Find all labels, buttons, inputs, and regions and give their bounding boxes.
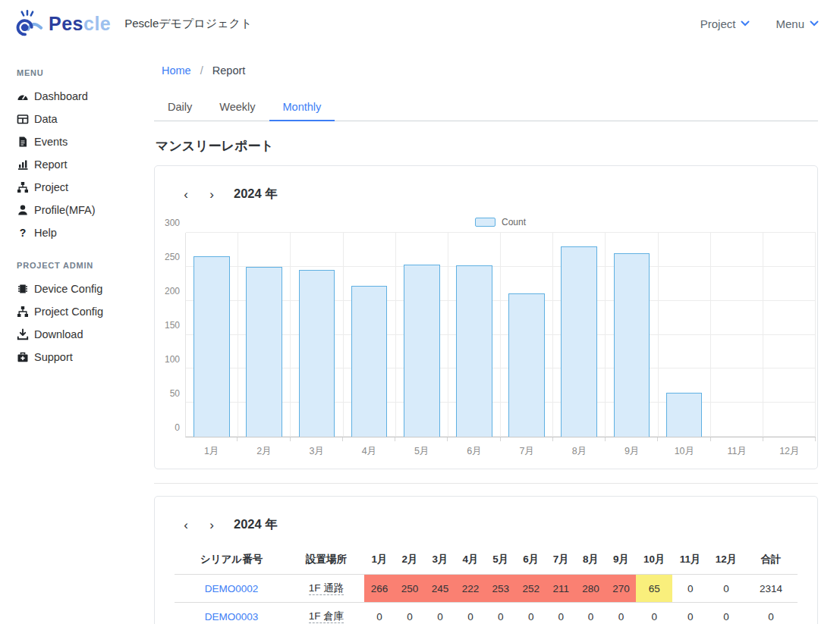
brand-logo[interactable]: Pescle <box>9 8 111 39</box>
chart-slot-2月 <box>238 233 291 437</box>
sidebar-item-project[interactable]: Project <box>17 176 148 199</box>
sidebar-item-device-config[interactable]: Device Config <box>17 278 148 300</box>
svg-text:?: ? <box>20 227 27 239</box>
table-next-year-button[interactable]: › <box>200 515 223 535</box>
sidebar-item-report[interactable]: Report <box>17 153 148 176</box>
y-tick-label: 0 <box>175 422 180 433</box>
chart-slot-6月 <box>448 233 501 437</box>
x-tick-label: 7月 <box>501 445 553 458</box>
x-tick-label: 2月 <box>238 445 290 458</box>
sitemap-icon <box>17 181 29 193</box>
sidebar-item-label: Support <box>34 351 73 363</box>
medkit-icon <box>17 351 29 363</box>
chart-slot-11月 <box>711 233 763 437</box>
report-tabs: Daily Weekly Monthly <box>154 95 818 121</box>
menu-dropdown[interactable]: Menu <box>776 17 819 30</box>
sidebar-item-data[interactable]: Data <box>17 108 148 130</box>
bar-4月 <box>351 286 388 437</box>
sidebar-item-label: Profile(MFA) <box>34 204 96 216</box>
column-header: 10月 <box>636 545 672 575</box>
month-value-cell: 280 <box>575 575 606 603</box>
sidebar-item-label: Download <box>34 328 83 340</box>
table-icon <box>17 113 29 125</box>
sidebar-item-download[interactable]: Download <box>17 323 148 346</box>
sidebar-item-profile-mfa[interactable]: Profile(MFA) <box>17 199 148 221</box>
sidebar-item-support[interactable]: Support <box>17 346 148 368</box>
month-value-cell: 245 <box>425 575 455 603</box>
month-value-cell: 211 <box>546 575 576 603</box>
download-icon <box>17 328 29 340</box>
column-header: 12月 <box>708 545 744 575</box>
chart-slot-9月 <box>606 233 658 437</box>
sidebar-item-label: Project <box>34 181 68 193</box>
table-prev-year-button[interactable]: ‹ <box>175 515 197 535</box>
dashboard-icon <box>17 90 29 102</box>
x-tick-label: 3月 <box>291 445 343 458</box>
chart-icon <box>17 158 29 171</box>
sidebar-item-help[interactable]: ?Help <box>17 221 148 244</box>
sidebar-item-label: Events <box>34 136 68 148</box>
column-header: 合計 <box>744 545 798 575</box>
serial-link[interactable]: DEMO0003 <box>175 603 288 624</box>
chart-slot-7月 <box>501 233 553 437</box>
sidebar-item-events[interactable]: Events <box>17 130 148 153</box>
location-cell: 1F 通路 <box>288 575 364 603</box>
month-value-cell: 0 <box>455 603 486 624</box>
month-value-cell: 0 <box>636 603 672 624</box>
breadcrumb: Home / Report <box>162 64 818 77</box>
month-value-cell: 0 <box>672 575 708 603</box>
month-value-cell: 0 <box>672 603 708 624</box>
y-tick-label: 300 <box>165 218 180 228</box>
month-value-cell: 0 <box>486 603 516 624</box>
location-label: 1F 倉庫 <box>309 610 344 623</box>
chart-slot-5月 <box>396 233 448 437</box>
chart-slot-8月 <box>553 233 606 437</box>
app-header: Pescle Pescleデモプロジェクト Project Menu <box>0 0 840 47</box>
x-axis-ticks <box>185 437 816 441</box>
month-value-cell: 270 <box>606 575 636 603</box>
table-header-row: シリアル番号設置場所1月2月3月4月5月6月7月8月9月10月11月12月合計 <box>175 545 798 575</box>
chart-legend[interactable]: Count <box>185 215 816 230</box>
table-row: DEMO00021F 通路266250245222253252211280270… <box>175 575 798 603</box>
monthly-table-card: ‹ › 2024 年 シリアル番号設置場所1月2月3月4月5月6月7月8月9月1… <box>154 496 818 624</box>
month-value-cell: 250 <box>395 575 425 603</box>
month-value-cell: 222 <box>455 575 486 603</box>
breadcrumb-home-link[interactable]: Home <box>162 64 191 77</box>
chart-slot-3月 <box>291 233 343 437</box>
sidebar-item-label: Data <box>34 113 58 125</box>
x-axis-labels: 1月2月3月4月5月6月7月8月9月10月11月12月 <box>185 445 816 458</box>
y-tick-label: 150 <box>165 320 180 331</box>
month-value-cell: 252 <box>516 575 546 603</box>
y-tick-label: 250 <box>165 252 180 262</box>
x-tick-label: 11月 <box>711 445 763 458</box>
chart-slot-1月 <box>186 233 238 437</box>
bar-10月 <box>666 393 703 437</box>
chevron-down-icon <box>741 20 750 27</box>
chart-next-year-button[interactable]: › <box>200 184 223 204</box>
chart-prev-year-button[interactable]: ‹ <box>175 184 197 204</box>
month-value-cell: 0 <box>425 603 455 624</box>
project-dropdown[interactable]: Project <box>700 17 750 30</box>
sidebar-item-dashboard[interactable]: Dashboard <box>17 85 148 108</box>
bar-9月 <box>614 253 650 437</box>
chart-slot-12月 <box>763 233 816 437</box>
x-tick-label: 5月 <box>395 445 448 458</box>
month-value-cell: 266 <box>364 575 395 603</box>
tab-weekly[interactable]: Weekly <box>206 95 269 121</box>
column-header: シリアル番号 <box>175 545 288 575</box>
sidebar-section-label: PROJECT ADMIN <box>17 261 148 270</box>
month-value-cell: 0 <box>546 603 576 624</box>
tab-daily[interactable]: Daily <box>154 95 206 121</box>
month-value-cell: 65 <box>636 575 672 603</box>
sidebar: MENUDashboardDataEventsReportProjectProf… <box>0 47 148 624</box>
main-content: Home / Report Daily Weekly Monthly マンスリー… <box>148 47 840 624</box>
sidebar-item-project-config[interactable]: Project Config <box>17 300 148 323</box>
table-row: DEMO00031F 倉庫0000000000000 <box>175 603 798 624</box>
tab-monthly[interactable]: Monthly <box>269 95 335 121</box>
y-axis-labels: 050100150200250300 <box>157 233 180 437</box>
column-header: 5月 <box>486 545 516 575</box>
month-value-cell: 0 <box>708 575 744 603</box>
bar-1月 <box>193 256 230 437</box>
legend-label: Count <box>502 217 526 227</box>
serial-link[interactable]: DEMO0002 <box>175 575 288 603</box>
